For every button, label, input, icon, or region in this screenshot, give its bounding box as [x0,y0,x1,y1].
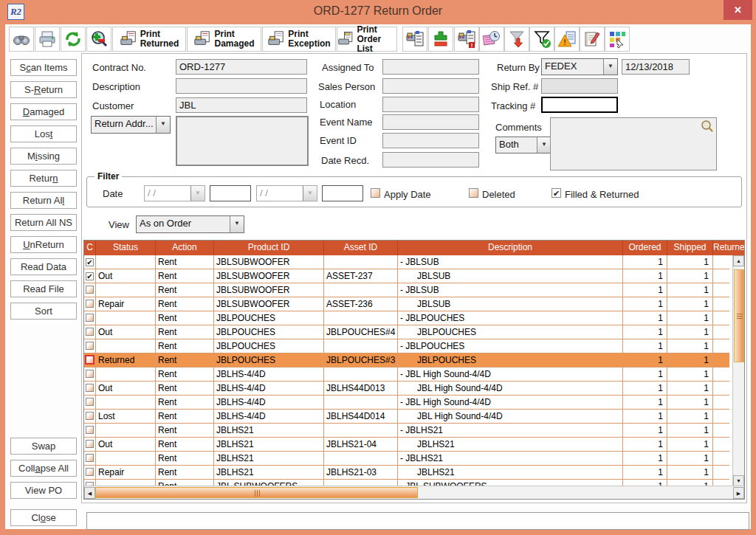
find-button[interactable] [9,27,34,52]
sidebar-button-collapse-all[interactable]: Collapse All [10,460,77,477]
row-checkbox[interactable] [86,370,94,378]
sidebar-button-unreturn[interactable]: UnReturn [10,236,77,253]
deleted-checkbox[interactable] [469,188,478,198]
edit-notes-button[interactable] [580,27,605,52]
chevron-down-icon[interactable]: ▼ [303,186,317,201]
horizontal-scrollbar[interactable]: ◀ ▶ [84,486,744,499]
sidebar-button-return-all[interactable]: Return All [10,192,77,209]
print-returned-button[interactable]: PrintReturned [112,27,186,52]
table-row[interactable]: OutRentJBLHS-4/4DJBLHS44D013JBL High Sou… [84,382,729,396]
view-combo[interactable]: As on Order ▼ [136,215,244,233]
table-row[interactable]: ReturnedRentJBLPOUCHESJBLPOUCHES#3JBLPOU… [84,353,729,367]
row-checkbox[interactable]: ✔ [86,258,94,266]
sidebar-button-read-data[interactable]: Read Data [10,258,77,275]
description-field[interactable] [176,78,307,94]
return-by-combo[interactable]: FEDEX ▼ [541,58,618,75]
horizontal-scroll-thumb[interactable] [95,487,418,498]
row-checkbox[interactable] [86,454,94,462]
row-checkbox[interactable] [86,398,94,406]
customer-field[interactable]: JBL [176,97,307,113]
table-row[interactable]: ✔RentJBLSUBWOOFER- JBLSUB11 [84,255,729,269]
filter-date-from-combo[interactable]: / / ▼ [144,185,205,201]
row-checkbox[interactable] [86,384,94,392]
sidebar-button-damaged[interactable]: Damaged [10,103,77,120]
print-alert-button[interactable]: ! [454,27,479,52]
sales-person-field[interactable] [382,78,479,94]
sidebar-button-lost[interactable]: Lost [10,125,77,142]
sidebar-button-scan-items[interactable]: Scan Items [10,59,77,76]
table-row[interactable]: RentJBLHS-4/4D- JBL High Sound-4/4D11 [84,396,729,410]
comments-mode-combo[interactable]: Both ▼ [495,137,551,153]
notes-history-button[interactable] [479,27,504,52]
sidebar-button-s-return[interactable]: S-Return [10,81,77,98]
filter-time-to-input[interactable] [322,185,363,201]
vertical-scrollbar[interactable]: ▲ ▼ [732,255,744,486]
row-checkbox[interactable] [86,412,94,420]
row-checkbox[interactable] [86,328,94,336]
filter-time-from-input[interactable] [210,185,251,201]
column-header-asset-id[interactable]: Asset ID [324,241,398,255]
column-header-shipped[interactable]: Shipped [667,241,713,255]
table-row[interactable]: RentJBLPOUCHES- JBLPOUCHES11 [84,311,729,325]
column-header-ordered[interactable]: Ordered [623,241,667,255]
zoom-add-remove-button[interactable] [86,27,111,52]
contract-no-field[interactable]: ORD-1277 [176,59,307,75]
table-row[interactable]: RepairRentJBLHS21JBLHS21-03JBLHS2111 [84,466,729,480]
location-field[interactable] [382,97,479,112]
return-address-textarea[interactable] [176,116,309,166]
row-checkbox[interactable] [86,342,94,350]
chevron-down-icon[interactable]: ▼ [603,59,617,75]
table-row[interactable]: OutRentJBLPOUCHESJBLPOUCHES#4JBLPOUCHES1… [84,325,729,339]
event-name-field[interactable] [382,114,479,130]
funnel-download-button[interactable] [504,27,529,52]
sidebar-button-return-all-ns[interactable]: Return All NS [10,214,77,231]
row-checkbox[interactable] [86,300,94,308]
table-row[interactable]: RentJBL SUBWOOFERS- JBL SUBWOOFERS11 [84,480,729,486]
vertical-scroll-thumb[interactable] [734,269,744,362]
table-row[interactable]: OutRentJBLHS21JBLHS21-04JBLHS2111 [84,438,729,452]
sidebar-button-sort[interactable]: Sort [10,303,77,320]
table-row[interactable]: RentJBLSUBWOOFER- JBLSUB11 [84,283,729,297]
customize-layout-button[interactable] [605,27,630,52]
table-row[interactable]: RentJBLHS21- JBLHS2111 [84,424,729,438]
apply-date-checkbox[interactable] [371,188,380,198]
sidebar-button-read-file[interactable]: Read File [10,280,77,297]
sidebar-button-close[interactable]: Close [10,509,77,526]
table-row[interactable]: LostRentJBLHS-4/4DJBLHS44D014JBL High So… [84,410,729,424]
table-row[interactable]: RepairRentJBLSUBWOOFERASSET-236JBLSUB11 [84,297,729,311]
print-damaged-button[interactable]: PrintDamaged [187,27,261,52]
close-window-button[interactable]: ✕ [724,0,752,20]
exception-report-button[interactable]: ! [554,27,580,52]
chevron-down-icon[interactable]: ▼ [537,137,551,153]
date-recd-field[interactable] [382,152,479,168]
scroll-right-button[interactable]: ▶ [733,487,744,499]
scroll-down-button[interactable]: ▼ [733,475,744,486]
column-header-action[interactable]: Action [156,241,214,255]
print-checklist-button[interactable] [402,27,427,52]
sidebar-button-return[interactable]: Return [10,170,77,187]
filled-returned-checkbox[interactable]: ✔ [551,188,561,198]
row-checkbox[interactable]: ✔ [86,272,94,280]
chevron-down-icon[interactable]: ▼ [190,186,205,201]
column-header-status[interactable]: Status [96,241,156,255]
row-checkbox[interactable] [86,314,94,322]
column-header-returned[interactable]: Returned [713,241,745,255]
table-row[interactable]: ✔OutRentJBLSUBWOOFERASSET-237JBLSUB11 [84,269,729,283]
filter-applied-button[interactable] [529,27,554,52]
row-checkbox[interactable] [86,286,94,294]
refresh-button[interactable] [61,27,86,52]
print-exception-button[interactable]: PrintException [262,27,336,52]
chevron-down-icon[interactable]: ▼ [230,216,244,232]
tracking-field[interactable] [541,97,618,113]
row-checkbox[interactable] [86,426,94,434]
comments-textarea[interactable] [550,117,717,170]
scroll-up-button[interactable]: ▲ [733,255,744,266]
column-header-description[interactable]: Description [398,241,623,255]
chevron-down-icon[interactable]: ▼ [156,117,170,133]
table-row[interactable]: RentJBLPOUCHES- JBLPOUCHES11 [84,339,729,353]
sidebar-button-view-po[interactable]: View PO [10,482,77,499]
print-button[interactable] [35,27,60,52]
return-addr-combo[interactable]: Return Addr... ▼ [91,116,171,134]
assigned-to-field[interactable] [382,59,479,75]
column-header-product-id[interactable]: Product ID [214,241,324,255]
